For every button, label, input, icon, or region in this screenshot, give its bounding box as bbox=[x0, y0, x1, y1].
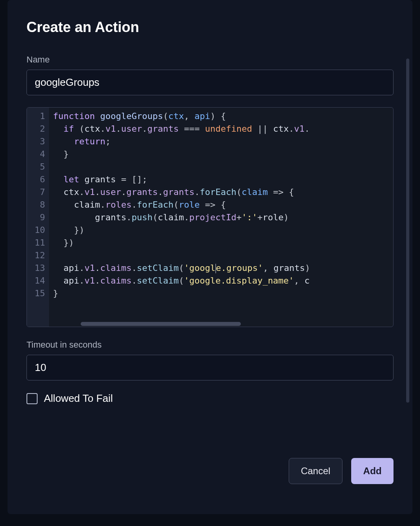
code-line[interactable]: } bbox=[53, 148, 393, 161]
gutter-line: 15 bbox=[27, 287, 49, 300]
modal-footer: Cancel Add bbox=[26, 458, 394, 484]
name-field-group: Name bbox=[26, 55, 394, 95]
code-line[interactable]: let grants = []; bbox=[53, 173, 393, 186]
gutter-line: 10 bbox=[27, 224, 49, 237]
code-line[interactable]: }) bbox=[53, 224, 393, 237]
code-editor[interactable]: 123456789101112131415 function googleGro… bbox=[26, 107, 394, 327]
gutter-line: 14 bbox=[27, 274, 49, 287]
gutter-line: 7 bbox=[27, 186, 49, 199]
code-hscroll-thumb[interactable] bbox=[81, 322, 241, 326]
code-line[interactable] bbox=[53, 161, 393, 173]
code-line[interactable]: api.v1.claims.setClaim('google.groups', … bbox=[53, 262, 393, 274]
code-body[interactable]: function googleGroups(ctx, api) { if (ct… bbox=[49, 108, 393, 300]
allowed-to-fail-checkbox[interactable] bbox=[26, 393, 38, 404]
create-action-modal: Create an Action Name 123456789101112131… bbox=[8, 0, 412, 514]
code-line[interactable] bbox=[53, 249, 393, 262]
form-area: Name 123456789101112131415 function goog… bbox=[26, 55, 394, 434]
modal-scrollbar[interactable] bbox=[406, 59, 409, 403]
timeout-label: Timeout in seconds bbox=[26, 340, 394, 350]
code-line[interactable]: function googleGroups(ctx, api) { bbox=[53, 110, 393, 123]
gutter-line: 5 bbox=[27, 161, 49, 173]
gutter-line: 12 bbox=[27, 249, 49, 262]
gutter-line: 3 bbox=[27, 135, 49, 148]
modal-title: Create an Action bbox=[26, 19, 394, 36]
code-scroll: 123456789101112131415 function googleGro… bbox=[27, 108, 393, 327]
gutter-line: 4 bbox=[27, 148, 49, 161]
gutter-line: 9 bbox=[27, 211, 49, 224]
code-line[interactable]: api.v1.claims.setClaim('google.display_n… bbox=[53, 274, 393, 287]
code-line[interactable]: ctx.v1.user.grants.grants.forEach(claim … bbox=[53, 186, 393, 199]
timeout-input[interactable] bbox=[26, 355, 394, 380]
gutter-line: 11 bbox=[27, 237, 49, 249]
cancel-button[interactable]: Cancel bbox=[289, 458, 343, 484]
code-line[interactable]: }) bbox=[53, 237, 393, 249]
gutter-line: 2 bbox=[27, 123, 49, 135]
gutter-line: 6 bbox=[27, 173, 49, 186]
timeout-field-group: Timeout in seconds bbox=[26, 340, 394, 380]
code-line[interactable]: grants.push(claim.projectId+':'+role) bbox=[53, 211, 393, 224]
code-line[interactable]: claim.roles.forEach(role => { bbox=[53, 199, 393, 211]
code-line[interactable]: } bbox=[53, 287, 393, 300]
add-button[interactable]: Add bbox=[351, 458, 394, 484]
code-gutter: 123456789101112131415 bbox=[27, 108, 49, 327]
allowed-to-fail-label: Allowed To Fail bbox=[44, 392, 113, 405]
gutter-line: 13 bbox=[27, 262, 49, 274]
code-line[interactable]: return; bbox=[53, 135, 393, 148]
code-horizontal-scrollbar[interactable] bbox=[49, 322, 392, 326]
allowed-to-fail-row[interactable]: Allowed To Fail bbox=[26, 392, 394, 405]
code-line[interactable]: if (ctx.v1.user.grants === undefined || … bbox=[53, 123, 393, 135]
name-label: Name bbox=[26, 55, 394, 65]
gutter-line: 8 bbox=[27, 199, 49, 211]
gutter-line: 1 bbox=[27, 110, 49, 123]
name-input[interactable] bbox=[26, 70, 394, 95]
